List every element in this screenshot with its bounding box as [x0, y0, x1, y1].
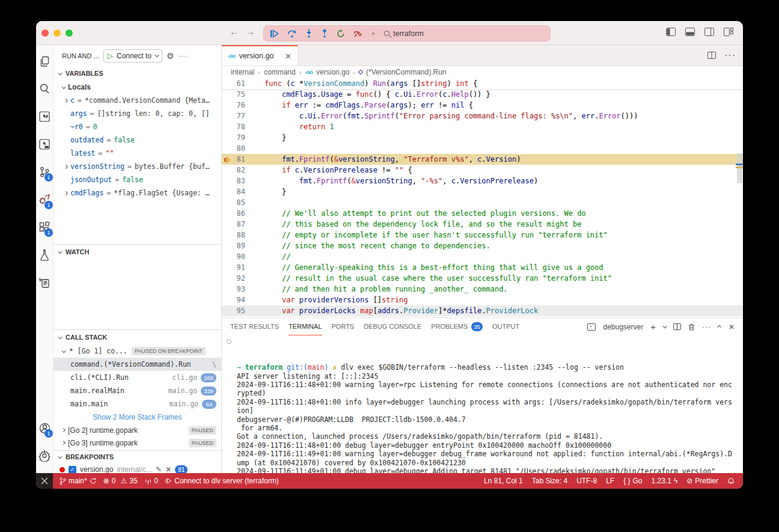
watch-header[interactable]: WATCH [53, 245, 221, 259]
debug-target-status[interactable]: Connect to dlv server (terraform) [165, 477, 278, 485]
code-line[interactable]: 82 if c.VersionPrerelease != "" { [222, 165, 743, 176]
formatter-status[interactable]: ⊘Prettier [686, 477, 718, 485]
code-line[interactable]: 78 return 1 [222, 121, 743, 132]
activity-item-terraform-cloud[interactable] [36, 130, 53, 158]
panel-tab-terminal[interactable]: TERMINAL [289, 318, 322, 335]
code-line[interactable]: 61func (c *VersionCommand) Run(args []st… [222, 78, 743, 89]
edit-breakpoint-icon[interactable]: ✎ [156, 465, 162, 473]
activity-item-source-control[interactable]: 1 [36, 158, 53, 186]
activity-item-settings[interactable] [36, 442, 53, 469]
variable-row[interactable]: versionString=bytes.Buffer {buf… [53, 160, 221, 173]
variables-header[interactable]: VARIABLES [53, 66, 221, 81]
call-stack-header[interactable]: CALL STACK [53, 330, 221, 344]
thread-go1[interactable]: * [Go 1] co... PAUSED ON BREAKPOINT [53, 344, 221, 358]
activity-item-terraform[interactable] [36, 103, 53, 130]
more-actions-icon[interactable]: ··· [179, 52, 188, 60]
toggle-secondary-sidebar-icon[interactable] [704, 28, 714, 36]
code-line[interactable]: 87 // this based on the dependency lock … [222, 219, 743, 230]
close-panel-icon[interactable]: ✕ [729, 323, 735, 331]
panel-more-actions-icon[interactable]: ··· [702, 323, 711, 331]
activity-item-search[interactable] [36, 75, 53, 103]
cursor-position[interactable]: Ln 81, Col 1 [484, 477, 523, 485]
breadcrumb-item[interactable]: internal [231, 68, 254, 76]
eol-setting[interactable]: LF [606, 477, 614, 485]
command-center-search[interactable]: terraform [384, 29, 424, 38]
show-more-frames-link[interactable]: Show 2 More Stack Frames [53, 411, 221, 424]
terminal-dropdown-icon[interactable] [663, 324, 667, 328]
breakpoint-checkbox[interactable]: ✓ [69, 466, 76, 474]
split-editor-icon[interactable] [707, 52, 716, 59]
debug-config-select[interactable]: Connect to [117, 52, 151, 60]
variable-row[interactable]: ~r0=0 [53, 120, 221, 133]
terminal-output[interactable]: → terraform git:(main) ✗ dlv exec $GOBIN… [222, 335, 743, 473]
breadcrumb-item[interactable]: (*VersionCommand).Run [366, 68, 446, 76]
activity-item-explorer[interactable] [36, 47, 53, 75]
activity-item-extensions[interactable]: 1 [36, 213, 53, 241]
terminal-process-label[interactable]: debugserver [603, 323, 643, 331]
split-terminal-icon[interactable] [673, 323, 681, 330]
continue-icon[interactable] [270, 29, 279, 38]
notifications-bell-icon[interactable] [727, 477, 735, 485]
kill-terminal-trash-icon[interactable] [688, 323, 695, 331]
step-out-icon[interactable] [321, 29, 328, 38]
language-mode[interactable]: { }Go [623, 477, 642, 485]
variable-row[interactable]: jsonOutput=false [53, 173, 221, 186]
ports-status[interactable]: 0 [144, 477, 159, 485]
code-line[interactable]: 89 // since the most recent change to de… [222, 240, 743, 251]
navigate-forward-icon[interactable]: → [246, 26, 255, 37]
panel-tab-debug-console[interactable]: DEBUG CONSOLE [364, 318, 421, 335]
maximize-panel-icon[interactable] [717, 325, 721, 329]
remote-indicator[interactable] [36, 473, 53, 489]
activity-item-notebooks[interactable] [36, 269, 53, 296]
code-line[interactable]: 77 c.Ui.Error(fmt.Sprintf("Error parsing… [222, 111, 743, 121]
code-line[interactable]: 85 [222, 197, 743, 208]
locals-scope[interactable]: Locals [53, 81, 221, 94]
editor-more-actions-icon[interactable]: ··· [724, 50, 736, 61]
customize-layout-icon[interactable] [724, 28, 733, 36]
debug-settings-gear-icon[interactable]: ⚙ [166, 51, 174, 61]
thread-row[interactable]: [Go 2] runtime.goparkPAUSED [53, 424, 221, 436]
current-debug-line[interactable]: 81 fmt.Fprintf(&versionString, "Terrafor… [222, 154, 743, 165]
panel-tab-test-results[interactable]: TEST RESULTS [230, 318, 279, 335]
branch-status[interactable]: main* [60, 477, 97, 485]
stack-frame[interactable]: main.mainmain.go64 [53, 397, 221, 411]
zoom-window-button[interactable] [66, 29, 73, 37]
code-line[interactable]: 93 // and then hit a problem running _an… [222, 284, 743, 295]
indentation-setting[interactable]: Tab Size: 4 [532, 477, 567, 485]
code-line[interactable]: 84 } [222, 186, 743, 197]
panel-tab-output[interactable]: OUTPUT [492, 318, 519, 335]
editor-scrollbar[interactable] [737, 153, 742, 183]
code-line[interactable]: 88 // empty or incomplete if the user ha… [222, 230, 743, 240]
code-editor[interactable]: 61func (c *VersionCommand) Run(args []st… [222, 78, 743, 317]
code-line[interactable]: 76 if err := cmdFlags.Parse(args); err !… [222, 100, 743, 111]
activity-item-testing[interactable] [36, 241, 53, 269]
step-into-icon[interactable] [305, 29, 313, 38]
start-debug-icon[interactable]: ▷ [108, 52, 113, 60]
code-line[interactable]: 79 } [222, 132, 743, 143]
stack-frame[interactable]: cli.(*CLI).Runcli.go265 [53, 371, 221, 384]
encoding-setting[interactable]: UTF-8 [576, 477, 597, 485]
command-decoration-icon[interactable] [227, 339, 231, 344]
stack-frame[interactable]: command.(*VersionCommand).Run\ [53, 358, 221, 371]
code-line[interactable]: 83 fmt.Fprintf(&versionString, "-%s", c.… [222, 176, 743, 186]
toggle-sidebar-icon[interactable] [666, 28, 676, 36]
code-line[interactable]: 75 cmdFlags.Usage = func() { c.Ui.Error(… [222, 89, 743, 100]
variable-row[interactable]: c=*command.VersionCommand {Meta… [53, 94, 221, 107]
code-line[interactable]: 90 // [222, 251, 743, 262]
breadcrumb-item[interactable]: command [264, 68, 296, 76]
restart-icon[interactable] [337, 29, 345, 38]
disconnect-icon[interactable] [353, 29, 362, 38]
go-version[interactable]: 1.23.1ϟ [652, 477, 678, 485]
step-over-icon[interactable] [287, 29, 297, 38]
tab-version-go[interactable]: -GO version.go ✕ [222, 45, 298, 66]
minimize-window-button[interactable] [53, 29, 61, 37]
panel-tab-problems[interactable]: PROBLEMS35 [431, 318, 483, 335]
thread-row[interactable]: [Go 3] runtime.goparkPAUSED [53, 436, 221, 449]
close-tab-icon[interactable]: ✕ [285, 52, 292, 61]
breadcrumb-item[interactable]: version.go [316, 68, 349, 76]
code-line[interactable]: 94 var providerVersions []string [222, 295, 743, 305]
code-line[interactable]: 80 [222, 143, 743, 154]
code-line[interactable]: 86 // We'll also attempt to print out th… [222, 208, 743, 219]
activity-item-accounts[interactable]: 1 [36, 414, 53, 442]
close-window-button[interactable] [41, 29, 49, 37]
